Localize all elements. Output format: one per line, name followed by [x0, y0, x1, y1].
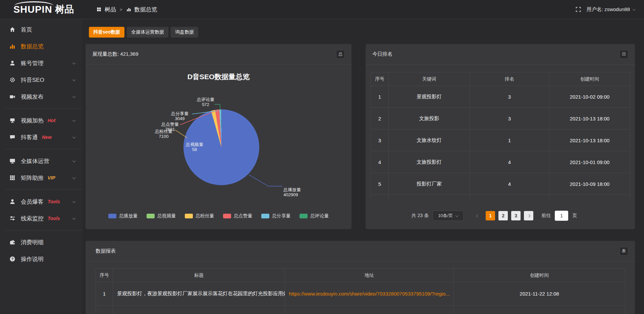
sidebar-item-user[interactable]: 账号管理	[0, 55, 82, 71]
column-header: 序号	[371, 72, 389, 86]
sidebar-item-comment[interactable]: 抖客通New	[0, 129, 82, 146]
day-badge-button[interactable]: 日	[620, 50, 628, 59]
page-size-select[interactable]: 10条/页	[433, 211, 464, 221]
tab-2[interactable]: 询盘数据	[171, 27, 198, 38]
user-icon	[9, 60, 16, 66]
sidebar-item-user2[interactable]: 会员爆客Tools	[0, 193, 82, 210]
legend-item-5[interactable]: 总评论量	[300, 213, 329, 219]
sidebar-item-sliders[interactable]: 线索监控Tools	[0, 210, 82, 227]
table-cell	[113, 306, 285, 314]
sidebar-item-video[interactable]: 视频发布	[0, 88, 82, 105]
legend-swatch	[147, 214, 155, 218]
legend-item-1[interactable]: 总视频量	[147, 213, 176, 219]
column-header: 序号	[96, 269, 113, 282]
video-link[interactable]: https://www.iesdouyin.com/share/video/70…	[289, 291, 450, 297]
table-cell: 景观投影灯	[389, 86, 470, 108]
tab-1[interactable]: 全媒体运营数据	[127, 27, 168, 38]
next-page-button[interactable]	[524, 211, 533, 220]
table-cell: 4	[470, 151, 549, 173]
sidebar-item-label: 操作说明	[21, 255, 44, 263]
table-cell	[389, 195, 470, 201]
legend-swatch	[108, 214, 116, 218]
page-button-3[interactable]: 3	[511, 211, 521, 220]
legend-item-4[interactable]: 总分享量	[261, 213, 291, 219]
legend-item-0[interactable]: 总播放量	[108, 213, 138, 219]
sidebar-item-label: 消费明细	[21, 239, 44, 246]
chevron-down-icon	[72, 176, 76, 179]
page-button-2[interactable]: 2	[498, 211, 508, 220]
legend-item-2[interactable]: 总粉丝量	[185, 213, 214, 219]
breadcrumb-item-current: 数据总览	[135, 6, 157, 13]
user2-icon	[9, 198, 16, 205]
table-row: 1景观投影灯，夜游景观投影灯厂家展示展示落花灯在花园里的灯光投影应用效果 #ht…	[96, 282, 625, 306]
table-cell: 文旅水纹灯	[389, 129, 470, 151]
breadcrumb: 树品 > 数据总览	[96, 6, 157, 13]
chevron-down-icon	[72, 200, 76, 203]
logo-text-cn: 树品	[55, 3, 74, 16]
table-cell: 4	[371, 151, 389, 173]
url-cell: https://www.iesdouyin.com/share/video/70…	[285, 282, 454, 306]
legend-label: 总播放量	[119, 213, 138, 219]
legend-item-3[interactable]: 总点赞量	[223, 213, 253, 219]
chevron-down-icon	[72, 118, 76, 122]
column-header: 标题	[113, 269, 285, 282]
goto-page-input[interactable]	[555, 211, 568, 221]
data-report-panel: 数据报表 表 序号标题地址创建时间1景观投影灯，夜游景观投影灯厂家展示展示落花灯…	[86, 241, 635, 314]
chart-panel-header: 展现量总数: 421,369 总	[86, 44, 352, 65]
sidebar-item-question[interactable]: ?操作说明	[0, 251, 82, 267]
sidebar-item-monitor[interactable]: 全媒体运营	[0, 153, 82, 169]
legend-label: 总评论量	[310, 213, 329, 219]
sidebar-item-label: 账号管理	[21, 59, 44, 67]
user-menu[interactable]: 用户名: zswodun88	[587, 6, 635, 13]
column-header: 创建时间	[549, 72, 630, 86]
grid-icon	[9, 174, 16, 181]
pie-slice-name: 总视频量	[176, 142, 213, 147]
table-cell: 2021-10-01 09:00	[549, 151, 630, 173]
table-cell: 2021-10-09 18:00	[549, 173, 630, 195]
legend-label: 总分享量	[272, 213, 291, 219]
table-cell	[285, 306, 454, 314]
top-header: SHUPIN 树品 树品 > 数据总览 用户名: zswodun88	[0, 0, 644, 19]
total-badge-button[interactable]: 总	[336, 50, 345, 59]
main-content: 抖音seo数据全媒体运营数据询盘数据 展现量总数: 421,369 总 D音SE…	[82, 19, 644, 314]
table-cell: 2	[371, 108, 389, 129]
legend-swatch	[300, 214, 308, 218]
table-header-row: 序号标题地址创建时间	[96, 269, 625, 282]
table-cell: 1	[470, 129, 549, 151]
chart-panel: 展现量总数: 421,369 总 D音SEO数据量总览 总播放量402909总视…	[86, 44, 352, 229]
sidebar-item-gear[interactable]: 抖音SEO	[0, 71, 82, 88]
chart-title: D音SEO数据量总览	[86, 72, 352, 82]
page-button-1[interactable]: 1	[486, 211, 495, 220]
table-cell	[371, 195, 389, 201]
ranking-title: 今日排名	[372, 51, 392, 57]
chevron-down-icon	[633, 7, 636, 11]
table-badge-button[interactable]: 表	[620, 247, 628, 256]
pie-slice-value: 7100	[145, 134, 182, 139]
created-cell: 2021-11-22 12:08	[454, 282, 625, 306]
table-row: 5投影灯厂家42021-10-09 18:00	[371, 173, 630, 195]
pie-slice-value: 572	[187, 102, 224, 107]
question-icon: ?	[9, 256, 16, 262]
sidebar-item-heat[interactable]: 视频加热Hot	[0, 112, 82, 129]
sidebar-item-chart[interactable]: 数据总览	[0, 38, 82, 55]
table-cell: 2021-10-13 18:00	[549, 108, 630, 129]
goto-label: 前往	[541, 213, 551, 219]
sidebar-item-grid[interactable]: 矩阵助推VIP	[0, 169, 82, 186]
sidebar-item-wallet[interactable]: 消费明细	[0, 234, 82, 251]
sidebar-item-home[interactable]: 首页	[0, 21, 82, 38]
ranking-table: 序号关键词排名创建时间1景观投影灯32021-10-02 09:002文旅投影3…	[371, 72, 630, 201]
pagination: 共 23 条10条/页123前往页	[366, 211, 635, 221]
chart-icon	[9, 43, 16, 50]
pie-slice-name: 总点赞量	[152, 122, 189, 127]
ranking-panel-header: 今日排名 日	[366, 44, 635, 65]
header-right: 用户名: zswodun88	[575, 6, 644, 13]
bar-chart-icon	[126, 7, 131, 12]
fullscreen-icon[interactable]	[575, 6, 581, 12]
breadcrumb-item-home[interactable]: 树品	[105, 6, 116, 13]
legend-label: 总视频量	[157, 213, 176, 219]
report-title: 数据报表	[96, 248, 116, 254]
tab-0[interactable]: 抖音seo数据	[89, 27, 124, 38]
prev-page-button[interactable]	[473, 211, 482, 220]
sidebar-item-label: 抖客通	[21, 134, 38, 141]
sidebar-item-label: 线索监控	[21, 215, 44, 222]
